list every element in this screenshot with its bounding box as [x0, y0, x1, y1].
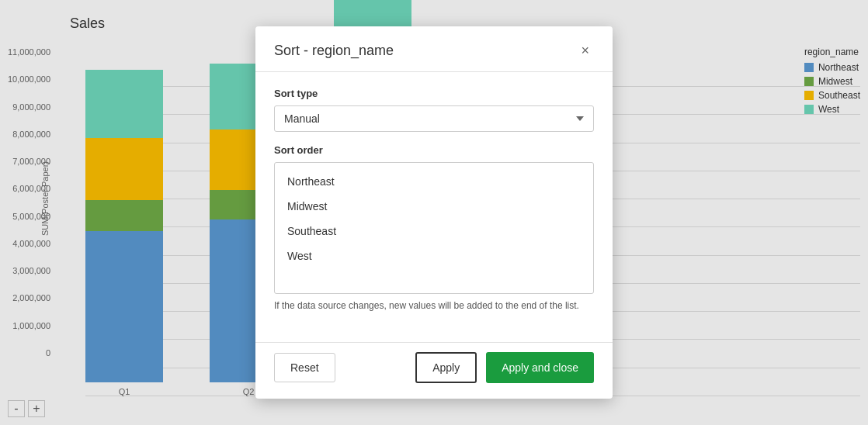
modal-title: Sort - region_name	[274, 43, 394, 59]
sort-order-info: If the data source changes, new values w…	[274, 294, 594, 314]
sort-order-label: Sort order	[274, 144, 594, 156]
apply-close-button[interactable]: Apply and close	[486, 352, 594, 383]
footer-right-buttons: Apply Apply and close	[415, 352, 594, 383]
modal-footer: Reset Apply Apply and close	[255, 342, 613, 399]
sort-type-select[interactable]: Manual Alphabetic Field	[274, 105, 594, 132]
sort-item-midwest[interactable]: Midwest	[275, 194, 593, 219]
sort-type-group: Sort type Manual Alphabetic Field	[274, 88, 594, 132]
sort-order-list: Northeast Midwest Southeast West	[274, 162, 594, 294]
reset-button[interactable]: Reset	[274, 353, 335, 382]
modal-body: Sort type Manual Alphabetic Field Sort o…	[255, 72, 613, 342]
sort-item-west[interactable]: West	[275, 244, 593, 268]
modal-close-button[interactable]: ×	[576, 42, 594, 59]
apply-button[interactable]: Apply	[415, 352, 477, 383]
modal-header: Sort - region_name ×	[255, 26, 613, 72]
sort-order-group: Sort order Northeast Midwest Southeast W…	[274, 144, 594, 314]
sort-item-southeast[interactable]: Southeast	[275, 219, 593, 244]
modal-overlay: Sort - region_name × Sort type Manual Al…	[0, 0, 868, 425]
sort-modal: Sort - region_name × Sort type Manual Al…	[255, 26, 613, 399]
sort-type-label: Sort type	[274, 88, 594, 99]
sort-item-northeast[interactable]: Northeast	[275, 169, 593, 194]
